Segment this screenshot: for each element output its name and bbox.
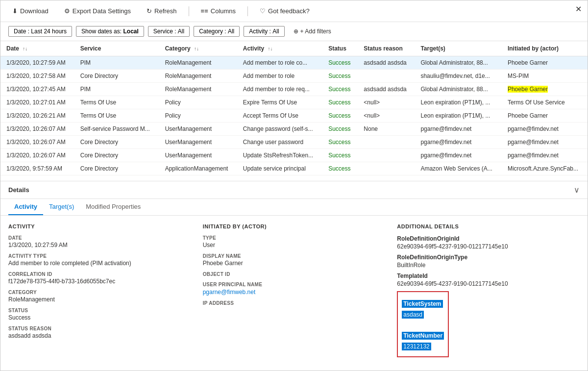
table-row[interactable]: 1/3/2020, 10:26:07 AMSelf-service Passwo… <box>0 123 588 136</box>
detail-upn-label: USER PRINCIPAL NAME <box>203 282 386 287</box>
col-service[interactable]: Service <box>74 41 159 56</box>
table-cell: Global Administrator, 88... <box>415 56 502 70</box>
table-cell: <null> <box>358 109 415 123</box>
separator-1 <box>189 6 189 16</box>
table-cell: RoleManagement <box>159 56 237 70</box>
table-cell: Self-service Password M... <box>74 123 159 136</box>
export-button[interactable]: ⚙ Export Data Settings <box>60 5 135 17</box>
detail-type-value: User <box>203 242 386 248</box>
detail-type-label: TYPE <box>203 235 386 241</box>
table-cell: Success <box>322 56 358 70</box>
table-cell: Core Directory <box>74 136 159 149</box>
add-filter-button[interactable]: ⊕ + Add filters <box>289 26 336 36</box>
table-row[interactable]: 1/3/2020, 10:26:07 AMCore DirectoryUserM… <box>0 136 588 149</box>
detail-status-value: Success <box>8 314 191 321</box>
heart-icon: ♡ <box>260 7 266 15</box>
ticket-number-label: TicketNumber <box>402 332 444 342</box>
table-cell: Core Directory <box>74 162 159 175</box>
table-cell: UserManagement <box>159 149 237 162</box>
table-cell: Add member to role <box>237 70 322 83</box>
detail-status-label: STATUS <box>8 308 191 313</box>
col-initiated[interactable]: Initiated by (actor) <box>502 41 588 56</box>
details-header: Details ∨ <box>0 181 588 199</box>
table-cell: Success <box>322 83 358 96</box>
role-def-origin-id-value: 62e90394-69f5-4237-9190-012177145e10 <box>397 243 580 250</box>
ticket-highlight-box: TicketSystem asdasd TicketNumber 1231213… <box>397 291 449 357</box>
role-def-origin-id-label: RoleDefinitionOriginId <box>397 235 580 242</box>
table-row[interactable]: 1/3/2020, 10:27:58 AMCore DirectoryRoleM… <box>0 70 588 83</box>
columns-button[interactable]: ≡≡ Columns <box>197 5 240 17</box>
detail-display-name-row: DISPLAY NAME Phoebe Garner <box>203 253 386 267</box>
table-cell: Policy <box>159 96 237 109</box>
detail-activity-type-label: ACTIVITY TYPE <box>8 253 191 259</box>
activity-filter[interactable]: Activity : All <box>244 26 284 37</box>
table-cell: ApplicationManagement <box>159 162 237 175</box>
detail-correlation-label: CORRELATION ID <box>8 272 191 277</box>
ticket-number-value: 12312132 <box>402 343 444 352</box>
detail-type-row: TYPE User <box>203 235 386 248</box>
table-row[interactable]: 1/3/2020, 10:27:59 AMPIMRoleManagementAd… <box>0 56 588 70</box>
table-cell: Accept Terms Of Use <box>237 109 322 123</box>
service-filter[interactable]: Service : All <box>148 26 190 37</box>
category-filter[interactable]: Category : All <box>194 26 240 37</box>
detail-display-name-label: DISPLAY NAME <box>203 253 386 259</box>
col-status-reason[interactable]: Status reason <box>358 41 415 56</box>
detail-upn-value[interactable]: pgarne@fimweb.net <box>203 289 256 296</box>
separator-2 <box>247 6 248 16</box>
table-cell: Add member to role co... <box>237 56 322 70</box>
tab-targets[interactable]: Target(s) <box>43 199 80 215</box>
date-filter[interactable]: Date : Last 24 hours <box>8 26 72 37</box>
columns-icon: ≡≡ <box>201 7 208 15</box>
table-cell: UserManagement <box>159 136 237 149</box>
table-row[interactable]: 1/3/2020, 10:26:07 AMCore DirectoryUserM… <box>0 149 588 162</box>
feedback-button[interactable]: ♡ Got feedback? <box>256 5 314 17</box>
table-row[interactable]: 1/3/2020, 9:57:59 AMCore DirectoryApplic… <box>0 162 588 175</box>
download-button[interactable]: ⬇ Download <box>8 5 52 17</box>
table-row[interactable]: 1/3/2020, 10:26:21 AMTerms Of UsePolicyA… <box>0 109 588 123</box>
table-cell: Update StsRefreshToken... <box>237 149 322 162</box>
ticket-system-value: asdasd <box>402 311 444 321</box>
refresh-button[interactable]: ↻ Refresh <box>143 5 181 17</box>
table-cell: pgarne@fimdev.net <box>415 136 502 149</box>
table-cell: pgarne@fimdev.net <box>502 149 588 162</box>
refresh-icon: ↻ <box>147 7 152 15</box>
ticket-number-text: 12312132 <box>402 343 431 350</box>
table-cell: Phoebe Garner <box>502 109 588 123</box>
col-category[interactable]: Category ↑↓ <box>159 41 237 56</box>
table-row[interactable]: 1/3/2020, 10:27:01 AMTerms Of UsePolicyE… <box>0 96 588 109</box>
details-additional-col: ADDITIONAL DETAILS RoleDefinitionOriginI… <box>397 223 580 363</box>
tab-activity[interactable]: Activity <box>8 199 43 215</box>
table-row[interactable]: 1/3/2020, 10:27:45 AMPIMRoleManagementAd… <box>0 83 588 96</box>
detail-correlation-row: CORRELATION ID f172de78-f375-44f0-b733-1… <box>8 272 191 285</box>
col-targets[interactable]: Target(s) <box>415 41 502 56</box>
activity-section-title: ACTIVITY <box>8 223 191 229</box>
detail-date-row: DATE 1/3/2020, 10:27:59 AM <box>8 235 191 248</box>
table-cell: Global Administrator, 88... <box>415 83 502 96</box>
table-cell: UserManagement <box>159 123 237 136</box>
table-cell: Terms Of Use <box>74 96 159 109</box>
tab-modified[interactable]: Modified Properties <box>80 199 147 215</box>
col-date[interactable]: Date ↑↓ <box>0 41 74 56</box>
table-header-row: Date ↑↓ Service Category ↑↓ Activity ↑↓ … <box>0 41 588 56</box>
ticket-number-selected: TicketNumber <box>402 332 444 340</box>
detail-status-reason-label: STATUS REASON <box>8 326 191 331</box>
table-cell: 1/3/2020, 10:27:59 AM <box>0 56 74 70</box>
table-cell: pgarne@fimdev.net <box>502 136 588 149</box>
show-dates-filter[interactable]: Show dates as: Local <box>76 26 144 37</box>
table-cell: PIM <box>74 83 159 96</box>
table-cell: pgarne@fimdev.net <box>415 149 502 162</box>
table-cell: Terms Of Use <box>74 109 159 123</box>
col-activity[interactable]: Activity ↑↓ <box>237 41 322 56</box>
table-cell: Success <box>322 109 358 123</box>
col-status[interactable]: Status <box>322 41 358 56</box>
table-cell: pgarne@fimdev.net <box>502 123 588 136</box>
table-cell: 1/3/2020, 10:26:07 AM <box>0 123 74 136</box>
table-cell <box>358 136 415 149</box>
details-chevron[interactable]: ∨ <box>574 185 580 195</box>
role-def-origin-type-label: RoleDefinitionOriginType <box>397 254 580 261</box>
table-cell: 1/3/2020, 10:26:07 AM <box>0 149 74 162</box>
audit-log-table: Date ↑↓ Service Category ↑↓ Activity ↑↓ … <box>0 41 588 175</box>
add-filter-icon: ⊕ <box>294 28 298 35</box>
close-button[interactable]: ✕ <box>575 4 582 14</box>
table-cell: Core Directory <box>74 149 159 162</box>
